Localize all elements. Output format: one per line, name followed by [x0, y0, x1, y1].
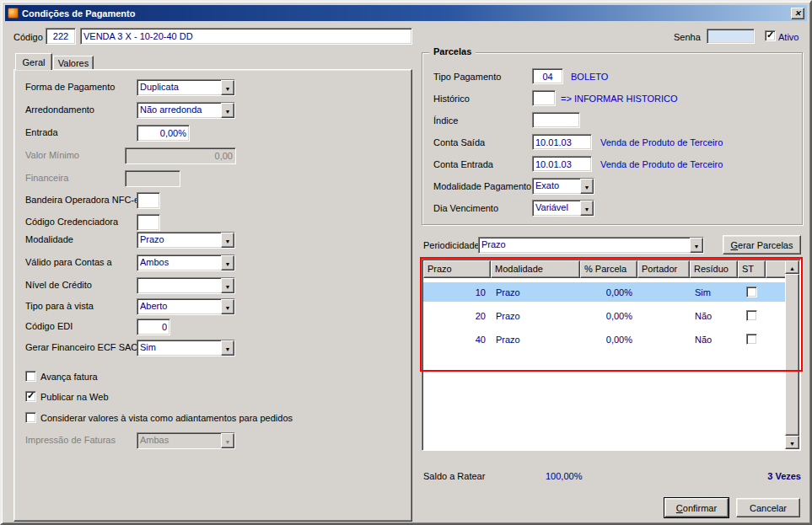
table-row[interactable]: 40 Prazo 0,00% Não — [423, 329, 785, 349]
cell-parcela: 0,00% — [580, 311, 637, 321]
conta-saida-input[interactable] — [532, 134, 592, 150]
cell-parcela: 0,00% — [580, 287, 637, 297]
cell-st — [738, 310, 766, 321]
periodicidade-dropdown-button[interactable] — [690, 238, 703, 253]
tipo-vista-dropdown-button[interactable] — [221, 299, 234, 314]
valido-contas-label: Válido para Contas a — [25, 257, 112, 267]
valor-minimo-label: Valor Mínimo — [25, 150, 79, 160]
considerar-adiantamentos-checkbox[interactable] — [25, 412, 36, 423]
cell-st — [738, 334, 766, 345]
chevron-down-icon — [225, 436, 231, 446]
codigo-input[interactable] — [46, 28, 76, 45]
close-icon — [794, 9, 801, 18]
forma-pagamento-value: Duplicata — [137, 80, 221, 95]
col-residuo[interactable]: Resíduo — [690, 260, 738, 278]
table-row[interactable]: 20 Prazo 0,00% Não — [423, 306, 785, 325]
impressao-faturas-value: Ambas — [137, 433, 221, 448]
table-scrollbar[interactable] — [785, 260, 799, 449]
geral-tab-panel — [13, 69, 412, 522]
forma-pagamento-select[interactable]: Duplicata — [137, 79, 235, 96]
cell-prazo: 40 — [423, 335, 491, 345]
dia-vencimento-dropdown-button[interactable] — [580, 201, 594, 216]
gerar-financeiro-select[interactable]: Sim — [137, 340, 235, 356]
chevron-down-icon — [225, 235, 231, 245]
arredondamento-select[interactable]: Não arredonda — [137, 102, 235, 119]
table-body: 10 Prazo 0,00% Sim 20 Prazo 0,00% Não 40… — [423, 278, 785, 349]
modalidade-select[interactable]: Prazo — [137, 232, 235, 249]
scroll-down-icon — [789, 437, 795, 447]
tipo-vista-select[interactable]: Aberto — [137, 298, 235, 315]
financeira-label: Financeira — [25, 173, 68, 183]
impressao-faturas-dropdown-button — [221, 433, 234, 448]
bandeira-nfce-label: Bandeira Operadora NFC-e — [25, 195, 139, 205]
impressao-faturas-select: Ambas — [137, 432, 235, 449]
tab-geral[interactable]: Geral — [15, 53, 52, 70]
tab-valores[interactable]: Valores — [53, 56, 94, 70]
modalidade-dropdown-button[interactable] — [221, 233, 234, 248]
indice-label: Índice — [433, 115, 458, 126]
descricao-input[interactable] — [80, 28, 412, 45]
confirmar-button[interactable]: Confirmar — [664, 498, 729, 517]
scrollbar-thumb[interactable] — [785, 274, 799, 436]
historico-input[interactable] — [532, 90, 556, 106]
conta-entrada-input[interactable] — [532, 156, 592, 172]
conta-saida-label: Conta Saída — [433, 137, 485, 147]
bandeira-nfce-input[interactable] — [137, 192, 160, 209]
titlebar[interactable]: Condições de Pagamento — [5, 5, 807, 21]
gerar-parcelas-button-label: Gerar Parcelas — [731, 240, 793, 250]
historico-label: Histórico — [433, 94, 470, 104]
cell-residuo: Sim — [690, 287, 738, 297]
valido-contas-dropdown-button[interactable] — [221, 255, 234, 271]
codigo-credenciadora-input[interactable] — [137, 214, 160, 231]
dia-vencimento-label: Dia Vencimento — [433, 203, 498, 213]
publicar-web-checkbox[interactable] — [25, 391, 36, 402]
senha-label: Senha — [674, 32, 701, 42]
scroll-up-button[interactable] — [785, 260, 799, 274]
nivel-credito-dropdown-button[interactable] — [221, 278, 234, 293]
col-modalidade[interactable]: Modalidade — [491, 260, 580, 278]
col-portador[interactable]: Portador — [637, 260, 690, 278]
st-checkbox[interactable] — [746, 334, 757, 345]
nivel-credito-value — [137, 278, 221, 293]
table-row[interactable]: 10 Prazo 0,00% Sim — [423, 282, 785, 302]
valido-contas-select[interactable]: Ambos — [137, 254, 235, 271]
st-checkbox[interactable] — [746, 310, 757, 321]
cancelar-button[interactable]: Cancelar — [736, 498, 800, 517]
chevron-down-icon — [584, 181, 590, 191]
arredondamento-dropdown-button[interactable] — [221, 103, 234, 118]
cell-residuo: Não — [690, 335, 738, 345]
tipo-vista-value: Aberto — [137, 299, 221, 314]
nivel-credito-select[interactable] — [137, 277, 235, 294]
ativo-label: Ativo — [778, 32, 799, 42]
vezes-value: 3 Vezes — [710, 471, 801, 481]
chevron-down-icon — [225, 281, 231, 291]
gerar-parcelas-button[interactable]: Gerar Parcelas — [723, 235, 801, 254]
modalidade-pagamento-select[interactable]: Exato — [532, 178, 594, 195]
chevron-down-icon — [225, 343, 231, 353]
col-parcela[interactable]: % Parcela — [580, 260, 637, 278]
considerar-adiantamentos-label: Considerar valores à vista como adiantam… — [40, 413, 293, 423]
codigo-edi-input[interactable] — [137, 319, 170, 335]
periodicidade-select[interactable]: Prazo — [478, 237, 704, 254]
financeira-input — [125, 170, 180, 187]
avanca-fatura-checkbox[interactable] — [25, 371, 36, 382]
table-header: Prazo Modalidade % Parcela Portador Resí… — [423, 260, 787, 278]
publicar-web-label: Publicar na Web — [40, 392, 109, 402]
col-st[interactable]: ST — [738, 260, 766, 278]
forma-pagamento-dropdown-button[interactable] — [221, 80, 234, 95]
st-checkbox[interactable] — [746, 287, 757, 297]
col-prazo[interactable]: Prazo — [423, 260, 491, 278]
dia-vencimento-select[interactable]: Variável — [532, 200, 594, 217]
entrada-input[interactable] — [137, 125, 190, 142]
tipo-pagamento-input[interactable] — [532, 68, 563, 84]
gerar-financeiro-dropdown-button[interactable] — [221, 340, 234, 356]
scroll-down-button[interactable] — [785, 436, 799, 449]
ativo-checkbox[interactable] — [765, 30, 776, 41]
modalidade-pagamento-dropdown-button[interactable] — [580, 179, 594, 194]
senha-input[interactable] — [707, 29, 755, 44]
indice-input[interactable] — [532, 112, 580, 128]
saldo-ratear-label: Saldo a Ratear — [423, 471, 485, 481]
tab-valores-label: Valores — [58, 58, 89, 68]
close-button[interactable] — [791, 8, 804, 19]
chevron-down-icon — [225, 302, 231, 312]
